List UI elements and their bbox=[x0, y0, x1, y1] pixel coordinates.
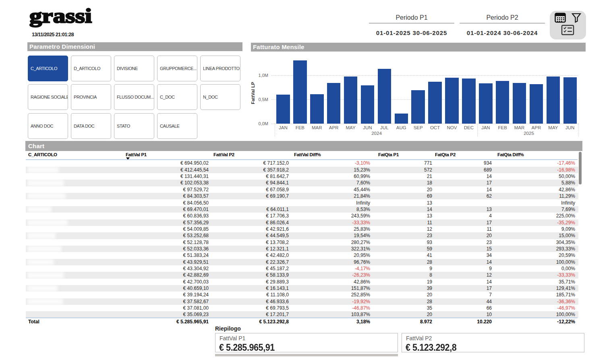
svg-text:grassi: grassi bbox=[29, 6, 92, 27]
